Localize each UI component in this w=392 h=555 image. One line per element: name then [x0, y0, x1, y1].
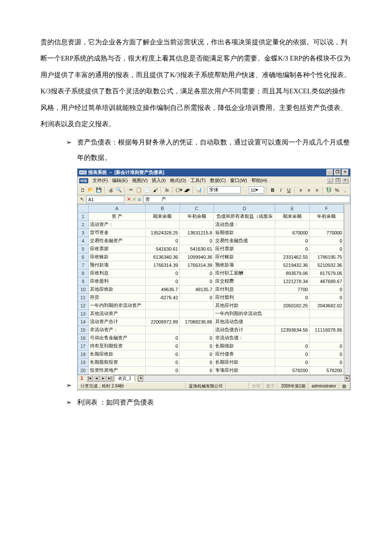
cell[interactable]: 11116078.86 [309, 326, 343, 334]
cell[interactable]: 0 [179, 350, 213, 358]
cell[interactable]: 一年内到期的非流动资产 [88, 301, 145, 309]
cell[interactable]: 6136340.36 [145, 253, 179, 261]
cell[interactable]: 578200 [309, 366, 343, 374]
cell[interactable]: 0 [309, 342, 343, 350]
cell[interactable]: 应付利息 [214, 285, 275, 293]
row-header[interactable]: 13 [78, 309, 89, 318]
cell[interactable]: 817579.06 [309, 269, 343, 277]
cell[interactable] [275, 318, 309, 326]
cell[interactable]: 0 [145, 334, 179, 342]
cell[interactable]: 487689.67 [309, 277, 343, 285]
cell[interactable]: 应收账款 [88, 253, 145, 261]
menu-format[interactable]: 格式(O) [170, 177, 186, 184]
row-header[interactable]: 17 [78, 342, 89, 350]
align-center-icon[interactable]: ≡ [306, 187, 312, 194]
cell[interactable]: 5210932.36 [309, 261, 343, 269]
cell[interactable] [275, 309, 309, 318]
menu-file[interactable]: 文件(F) [92, 177, 108, 184]
cell[interactable] [309, 318, 343, 326]
cell[interactable]: 0 [179, 277, 213, 285]
row-header[interactable]: 19 [78, 358, 89, 366]
cell[interactable]: 1766314.39 [145, 261, 179, 269]
cell[interactable]: -8276.42 [145, 293, 179, 301]
close-button[interactable]: × [342, 169, 349, 176]
cell[interactable] [145, 301, 179, 309]
cell[interactable]: 22009972.89 [145, 318, 179, 326]
cell[interactable]: 13631215.8 [179, 228, 213, 237]
menu-edit[interactable]: 编辑(E) [112, 177, 128, 184]
sheet-tab[interactable]: 表页_1 [114, 375, 135, 382]
cell[interactable]: 0 [145, 366, 179, 374]
col-header[interactable]: B [145, 204, 179, 212]
cell[interactable]: 49635.7 [145, 285, 179, 293]
cell[interactable]: 一年内到期的非流动负 [214, 309, 275, 318]
cell[interactable]: 应付债券 [214, 350, 275, 358]
col-header[interactable]: F [309, 204, 343, 212]
cell[interactable] [275, 220, 309, 228]
cell[interactable]: 应收股利 [88, 277, 145, 285]
cell[interactable]: 期末余额 [145, 212, 179, 220]
cell[interactable]: 投资性房地产 [88, 366, 145, 374]
cell[interactable]: 交易性金融负债 [214, 237, 275, 245]
cell[interactable]: 0 [309, 358, 343, 366]
cell[interactable]: 1099940.36 [179, 253, 213, 261]
cell[interactable]: 0 [309, 245, 343, 253]
cell[interactable]: 其他应收款 [88, 285, 145, 293]
cell[interactable]: 应付票据 [214, 245, 275, 253]
cell[interactable]: 0 [179, 342, 213, 350]
cell[interactable]: 0 [145, 342, 179, 350]
cell[interactable]: 2043682.02 [309, 301, 343, 309]
cell[interactable]: 0 [179, 237, 213, 245]
formula-input[interactable]: 资 产 [143, 196, 350, 203]
col-header[interactable]: D [214, 204, 275, 212]
cell[interactable] [275, 334, 309, 342]
paste-icon[interactable]: 📄 [144, 187, 150, 194]
tab-last-button[interactable]: ▸| [107, 375, 113, 382]
cell[interactable] [145, 309, 179, 318]
equals-icon[interactable]: = [138, 197, 141, 202]
cell[interactable]: 预付款项 [88, 261, 145, 269]
cell[interactable]: 770000 [309, 228, 343, 237]
cell[interactable]: 年初余额 [309, 212, 343, 220]
cell[interactable]: 0 [145, 269, 179, 277]
cell[interactable]: 0 [275, 358, 309, 366]
cell[interactable] [179, 220, 213, 228]
cell[interactable]: 0 [275, 237, 309, 245]
child-minimize-button[interactable]: _ [326, 177, 333, 184]
row-header[interactable]: 20 [78, 366, 89, 374]
horizontal-scrollbar[interactable]: ◂ ▸ [138, 375, 350, 382]
cell[interactable]: 1786195.75 [309, 253, 343, 261]
cell[interactable]: 2331462.55 [275, 253, 309, 261]
confirm-icon[interactable]: ✓ [133, 197, 136, 202]
row-header[interactable]: 12 [78, 301, 89, 309]
new-icon[interactable]: 🗋 [79, 187, 86, 194]
cell[interactable]: 流动资产合计 [88, 318, 145, 326]
bold-button[interactable]: B [269, 187, 276, 194]
cell[interactable]: 可供出售金融资产 [88, 334, 145, 342]
cell[interactable]: 长期应付款 [214, 358, 275, 366]
fill-color-icon[interactable]: ◢▾ [184, 187, 190, 194]
align-left-icon[interactable]: ≡ [297, 187, 304, 194]
menu-window[interactable]: 窗口(W) [230, 177, 247, 184]
cell[interactable]: 541630.61 [179, 245, 213, 253]
cell[interactable] [145, 220, 179, 228]
font-size-select[interactable]: 10 ▾ [249, 186, 264, 194]
cell[interactable] [179, 309, 213, 318]
row-header[interactable]: 15 [78, 326, 89, 334]
row-header[interactable]: 5 [78, 245, 89, 253]
row-header[interactable]: 7 [78, 261, 89, 269]
cell[interactable]: 应交税费 [214, 277, 275, 285]
cell[interactable]: 期末余额 [275, 212, 309, 220]
cell[interactable]: 其他应付款 [214, 301, 275, 309]
cell[interactable] [179, 326, 213, 334]
cell[interactable]: 流动资产： [88, 220, 145, 228]
cell[interactable]: 0 [275, 342, 309, 350]
cell[interactable]: 应收利息 [88, 269, 145, 277]
cell-reference-box[interactable]: A1 [86, 196, 124, 203]
cell[interactable]: 49135.7 [179, 285, 213, 293]
cell[interactable]: 0 [275, 293, 309, 301]
cell[interactable]: 0 [145, 277, 179, 285]
cell[interactable]: 7700 [275, 285, 309, 293]
row-header[interactable]: 4 [78, 237, 89, 245]
cell[interactable]: 0 [179, 334, 213, 342]
